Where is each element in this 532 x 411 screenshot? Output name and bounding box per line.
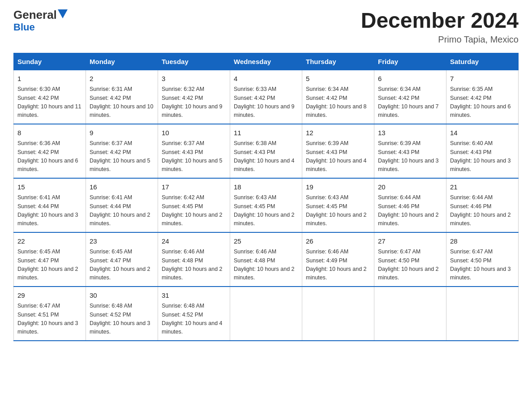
day-info: Sunrise: 6:46 AMSunset: 4:49 PMDaylight:… (306, 248, 367, 281)
table-row: 23 Sunrise: 6:45 AMSunset: 4:47 PMDaylig… (86, 232, 158, 287)
day-number: 23 (90, 236, 154, 247)
day-info: Sunrise: 6:42 AMSunset: 4:45 PMDaylight:… (162, 194, 223, 227)
day-info: Sunrise: 6:38 AMSunset: 4:43 PMDaylight:… (234, 140, 295, 172)
calendar-week-row: 1 Sunrise: 6:30 AMSunset: 4:42 PMDayligh… (14, 70, 519, 124)
table-row: 6 Sunrise: 6:34 AMSunset: 4:42 PMDayligh… (374, 70, 446, 124)
table-row: 25 Sunrise: 6:46 AMSunset: 4:48 PMDaylig… (230, 232, 302, 287)
page-header: General Blue December 2024 Primo Tapia, … (13, 9, 519, 45)
day-number: 14 (450, 128, 515, 138)
day-number: 12 (306, 128, 370, 138)
day-number: 6 (378, 74, 442, 84)
day-info: Sunrise: 6:44 AMSunset: 4:46 PMDaylight:… (450, 194, 511, 227)
day-info: Sunrise: 6:46 AMSunset: 4:48 PMDaylight:… (162, 248, 223, 281)
calendar-week-row: 29 Sunrise: 6:47 AMSunset: 4:51 PMDaylig… (14, 287, 519, 341)
day-number: 8 (17, 128, 82, 138)
table-row: 10 Sunrise: 6:37 AMSunset: 4:43 PMDaylig… (158, 124, 230, 178)
month-title: December 2024 (361, 9, 519, 33)
calendar-week-row: 8 Sunrise: 6:36 AMSunset: 4:42 PMDayligh… (14, 124, 519, 178)
col-saturday: Saturday (446, 53, 519, 70)
day-info: Sunrise: 6:48 AMSunset: 4:52 PMDaylight:… (90, 303, 150, 335)
calendar-table: Sunday Monday Tuesday Wednesday Thursday… (13, 53, 519, 341)
day-number: 7 (450, 74, 515, 84)
table-row: 7 Sunrise: 6:35 AMSunset: 4:42 PMDayligh… (446, 70, 519, 124)
day-info: Sunrise: 6:31 AMSunset: 4:42 PMDaylight:… (90, 86, 153, 118)
table-row: 28 Sunrise: 6:47 AMSunset: 4:50 PMDaylig… (446, 232, 519, 287)
table-row (230, 287, 302, 341)
col-tuesday: Tuesday (158, 53, 230, 70)
day-info: Sunrise: 6:43 AMSunset: 4:45 PMDaylight:… (234, 194, 295, 227)
day-info: Sunrise: 6:47 AMSunset: 4:50 PMDaylight:… (378, 248, 439, 281)
table-row: 3 Sunrise: 6:32 AMSunset: 4:42 PMDayligh… (158, 70, 230, 124)
day-number: 22 (17, 236, 82, 247)
calendar-week-row: 22 Sunrise: 6:45 AMSunset: 4:47 PMDaylig… (14, 232, 519, 287)
day-number: 29 (17, 291, 82, 301)
day-number: 25 (234, 236, 298, 247)
table-row: 31 Sunrise: 6:48 AMSunset: 4:52 PMDaylig… (158, 287, 230, 341)
table-row: 22 Sunrise: 6:45 AMSunset: 4:47 PMDaylig… (14, 232, 86, 287)
day-info: Sunrise: 6:48 AMSunset: 4:52 PMDaylight:… (162, 303, 223, 335)
day-number: 24 (162, 236, 226, 247)
table-row: 26 Sunrise: 6:46 AMSunset: 4:49 PMDaylig… (302, 232, 374, 287)
table-row (302, 287, 374, 341)
day-info: Sunrise: 6:41 AMSunset: 4:44 PMDaylight:… (90, 194, 150, 227)
day-info: Sunrise: 6:39 AMSunset: 4:43 PMDaylight:… (306, 140, 367, 172)
day-number: 15 (17, 182, 82, 193)
day-info: Sunrise: 6:47 AMSunset: 4:50 PMDaylight:… (450, 248, 511, 281)
table-row: 2 Sunrise: 6:31 AMSunset: 4:42 PMDayligh… (86, 70, 158, 124)
day-number: 26 (306, 236, 370, 247)
table-row: 8 Sunrise: 6:36 AMSunset: 4:42 PMDayligh… (14, 124, 86, 178)
day-number: 28 (450, 236, 515, 247)
table-row: 24 Sunrise: 6:46 AMSunset: 4:48 PMDaylig… (158, 232, 230, 287)
day-info: Sunrise: 6:30 AMSunset: 4:42 PMDaylight:… (17, 86, 81, 118)
day-info: Sunrise: 6:45 AMSunset: 4:47 PMDaylight:… (17, 248, 78, 281)
day-info: Sunrise: 6:34 AMSunset: 4:42 PMDaylight:… (378, 86, 439, 118)
col-sunday: Sunday (14, 53, 86, 70)
day-number: 19 (306, 182, 370, 193)
table-row: 18 Sunrise: 6:43 AMSunset: 4:45 PMDaylig… (230, 178, 302, 232)
col-wednesday: Wednesday (230, 53, 302, 70)
table-row: 21 Sunrise: 6:44 AMSunset: 4:46 PMDaylig… (446, 178, 519, 232)
table-row: 29 Sunrise: 6:47 AMSunset: 4:51 PMDaylig… (14, 287, 86, 341)
col-monday: Monday (86, 53, 158, 70)
day-number: 2 (90, 74, 154, 84)
day-info: Sunrise: 6:32 AMSunset: 4:42 PMDaylight:… (162, 86, 223, 118)
logo-text-blue: Blue (13, 21, 35, 33)
day-number: 30 (90, 291, 154, 301)
calendar-header-row: Sunday Monday Tuesday Wednesday Thursday… (14, 53, 519, 70)
day-info: Sunrise: 6:37 AMSunset: 4:43 PMDaylight:… (162, 140, 223, 172)
day-number: 20 (378, 182, 442, 193)
location-subtitle: Primo Tapia, Mexico (361, 34, 519, 45)
table-row: 11 Sunrise: 6:38 AMSunset: 4:43 PMDaylig… (230, 124, 302, 178)
day-info: Sunrise: 6:35 AMSunset: 4:42 PMDaylight:… (450, 86, 511, 118)
day-info: Sunrise: 6:47 AMSunset: 4:51 PMDaylight:… (17, 303, 78, 335)
table-row: 20 Sunrise: 6:44 AMSunset: 4:46 PMDaylig… (374, 178, 446, 232)
logo-text-general: General (13, 9, 57, 21)
day-info: Sunrise: 6:34 AMSunset: 4:42 PMDaylight:… (306, 86, 367, 118)
day-number: 10 (162, 128, 226, 138)
day-number: 31 (162, 291, 226, 301)
table-row: 12 Sunrise: 6:39 AMSunset: 4:43 PMDaylig… (302, 124, 374, 178)
table-row: 15 Sunrise: 6:41 AMSunset: 4:44 PMDaylig… (14, 178, 86, 232)
day-info: Sunrise: 6:43 AMSunset: 4:45 PMDaylight:… (306, 194, 367, 227)
table-row: 27 Sunrise: 6:47 AMSunset: 4:50 PMDaylig… (374, 232, 446, 287)
day-number: 17 (162, 182, 226, 193)
logo-arrow-icon (58, 9, 68, 18)
calendar-week-row: 15 Sunrise: 6:41 AMSunset: 4:44 PMDaylig… (14, 178, 519, 232)
day-info: Sunrise: 6:46 AMSunset: 4:48 PMDaylight:… (234, 248, 295, 281)
table-row: 17 Sunrise: 6:42 AMSunset: 4:45 PMDaylig… (158, 178, 230, 232)
day-info: Sunrise: 6:44 AMSunset: 4:46 PMDaylight:… (378, 194, 439, 227)
day-info: Sunrise: 6:39 AMSunset: 4:43 PMDaylight:… (378, 140, 439, 172)
day-number: 1 (17, 74, 82, 84)
table-row: 14 Sunrise: 6:40 AMSunset: 4:43 PMDaylig… (446, 124, 519, 178)
table-row: 16 Sunrise: 6:41 AMSunset: 4:44 PMDaylig… (86, 178, 158, 232)
day-number: 13 (378, 128, 442, 138)
table-row: 30 Sunrise: 6:48 AMSunset: 4:52 PMDaylig… (86, 287, 158, 341)
day-info: Sunrise: 6:37 AMSunset: 4:42 PMDaylight:… (90, 140, 150, 172)
logo: General Blue (13, 9, 68, 33)
day-info: Sunrise: 6:45 AMSunset: 4:47 PMDaylight:… (90, 248, 150, 281)
day-info: Sunrise: 6:40 AMSunset: 4:43 PMDaylight:… (450, 140, 511, 172)
day-info: Sunrise: 6:36 AMSunset: 4:42 PMDaylight:… (17, 140, 78, 172)
day-number: 21 (450, 182, 515, 193)
table-row (374, 287, 446, 341)
day-number: 3 (162, 74, 226, 84)
